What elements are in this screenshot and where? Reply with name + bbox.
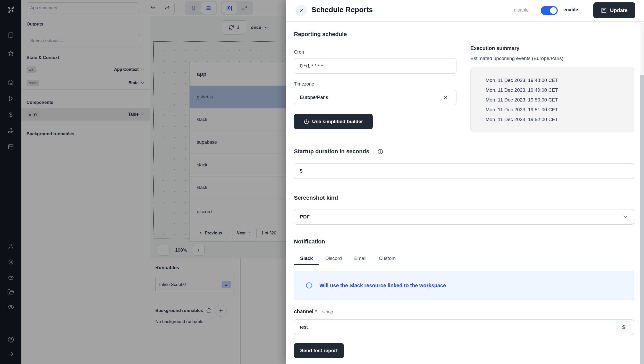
channel-label: channel — [294, 309, 313, 315]
insert-variable-button[interactable]: $ — [616, 321, 631, 333]
close-icon — [299, 8, 304, 13]
cron-input[interactable] — [294, 58, 456, 74]
enable-label: enable — [563, 7, 578, 13]
screenshot-kind-select[interactable]: PDF — [294, 209, 634, 225]
update-button[interactable]: Update — [593, 2, 635, 18]
required-asterisk: * — [315, 309, 317, 315]
scrollbar-thumb[interactable] — [640, 75, 644, 364]
tab-email[interactable]: Email — [348, 252, 373, 265]
event-line: Mon, 11 Dec 2023, 19:49:00 CET — [486, 85, 634, 95]
tab-custom[interactable]: Custom — [373, 252, 402, 265]
event-line: Mon, 11 Dec 2023, 19:51:00 CET — [486, 105, 634, 115]
disable-label: disable — [514, 7, 529, 13]
app-editor-screen: |0| Outputs State & Context ctx App Cont… — [0, 0, 644, 364]
upcoming-events-box: Mon, 11 Dec 2023, 19:48:00 CET Mon, 11 D… — [470, 67, 634, 132]
enable-toggle[interactable] — [541, 6, 558, 15]
info-icon[interactable] — [377, 149, 383, 155]
screenshot-kind-title: Screenshot kind — [294, 194, 338, 201]
chevron-down-icon — [623, 214, 628, 220]
cron-label: Cron — [294, 49, 304, 55]
tab-discord[interactable]: Discord — [319, 252, 348, 265]
startup-duration-title: Startup duration in seconds — [294, 148, 369, 155]
timezone-label: Timezone — [294, 81, 314, 87]
dollar-icon: $ — [622, 324, 625, 330]
send-test-report-button[interactable]: Send test report — [294, 343, 344, 358]
event-line: Mon, 11 Dec 2023, 19:50:00 CET — [486, 95, 634, 105]
drawer-title: Schedule Reports — [311, 6, 373, 14]
startup-duration-input[interactable] — [294, 163, 634, 179]
drawer-scrollbar — [640, 23, 644, 364]
channel-type-label: string — [322, 309, 333, 315]
tab-slack[interactable]: Slack — [294, 252, 319, 265]
clear-timezone-icon[interactable] — [443, 95, 448, 100]
event-line: Mon, 11 Dec 2023, 19:48:00 CET — [486, 75, 634, 85]
alert-message: Will use the Slack resource linked to th… — [319, 283, 446, 289]
slack-info-alert: Will use the Slack resource linked to th… — [294, 271, 634, 300]
notification-title: Notification — [294, 238, 325, 245]
channel-field-label-row: channel * string — [294, 309, 333, 315]
execution-summary-subtitle: Estimated upcoming events (Europe/Paris) — [470, 56, 563, 61]
toggle-knob — [550, 7, 557, 14]
close-drawer-button[interactable] — [295, 5, 307, 16]
event-line: Mon, 11 Dec 2023, 19:52:00 CET — [486, 115, 634, 124]
execution-summary-title: Execution summary — [470, 45, 519, 51]
screenshot-kind-value: PDF — [300, 214, 310, 220]
notification-tabs: Slack Discord Email Custom — [294, 252, 634, 265]
clock-icon — [304, 119, 309, 124]
schedule-reports-drawer: Schedule Reports disable enable Update R… — [286, 0, 644, 364]
info-icon — [306, 282, 313, 289]
channel-input[interactable] — [294, 319, 634, 335]
timezone-input[interactable] — [294, 90, 456, 105]
simplified-builder-button[interactable]: Use simplified builder — [294, 114, 373, 129]
reporting-schedule-title: Reporting schedule — [294, 31, 347, 38]
save-icon — [601, 7, 607, 13]
